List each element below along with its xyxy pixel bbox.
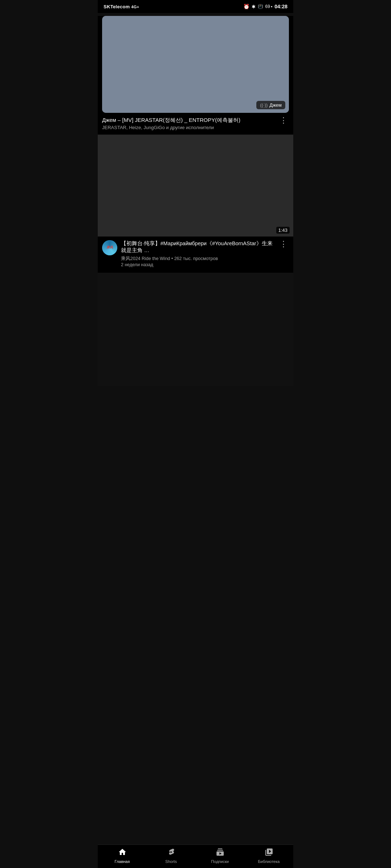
thumbnail-2-wrap[interactable]: 1:43 [98, 135, 293, 237]
video-title-2[interactable]: 【初舞台·纯享】#МариКраймбрери《#YouAreBornAStar… [121, 240, 274, 254]
live-icon: ((·)) [260, 102, 268, 108]
video-meta-2: 乘风2024 Ride the Wind • 262 тыс. просмотр… [121, 256, 274, 268]
thumbnail-image-2 [98, 135, 293, 237]
thumbnail-image-1 [102, 16, 289, 113]
video-card-1: ((·)) Джем Джем – [MV] JERASTAR(정혜선) _ E… [98, 16, 293, 135]
video-text-2: 【初舞台·纯享】#МариКраймбрери《#YouAreBornAStar… [121, 240, 274, 268]
carrier-info: SKTelecom 4G+ [104, 4, 139, 9]
video-info-2: 乘风 【初舞台·纯享】#МариКраймбрери《#YouAreBornAS… [98, 237, 293, 273]
bottom-spacer [98, 386, 293, 415]
channel-avatar-image: 乘风 [102, 240, 117, 255]
status-right: ⏰ ✱ 📳 69 ▪ 04:28 [243, 4, 287, 9]
video-meta-1: JERASTAR, Heize, JungGiGo и другие испол… [102, 125, 275, 130]
video-card-2-area: 1:43 [98, 135, 293, 237]
live-badge: ((·)) Джем [256, 101, 285, 109]
video-card-3-area [98, 273, 293, 386]
battery-indicator: 69 ▪ [265, 4, 273, 9]
video-info-1: Джем – [MV] JERASTAR(정혜선) _ ENTROPY(예측불허… [98, 113, 293, 135]
channel-avatar[interactable]: 乘风 [102, 240, 117, 255]
video-title-1[interactable]: Джем – [MV] JERASTAR(정혜선) _ ENTROPY(예측불허… [102, 116, 275, 124]
duration-badge: 1:43 [276, 227, 290, 234]
thumbnail-image-3 [98, 273, 293, 386]
alarm-icon: ⏰ [243, 4, 249, 9]
more-options-2[interactable]: ⋮ [278, 240, 289, 248]
thumbnail-1[interactable]: ((·)) Джем [102, 16, 289, 113]
vibrate-icon: 📳 [258, 4, 263, 9]
video-text-1: Джем – [MV] JERASTAR(정혜선) _ ENTROPY(예측불허… [102, 116, 275, 130]
more-options-1[interactable]: ⋮ [278, 116, 289, 124]
thumbnail-3-wrap [98, 273, 293, 386]
bluetooth-icon: ✱ [252, 4, 256, 9]
status-bar: SKTelecom 4G+ ⏰ ✱ 📳 69 ▪ 04:28 [98, 0, 293, 13]
clock: 04:28 [274, 4, 287, 9]
